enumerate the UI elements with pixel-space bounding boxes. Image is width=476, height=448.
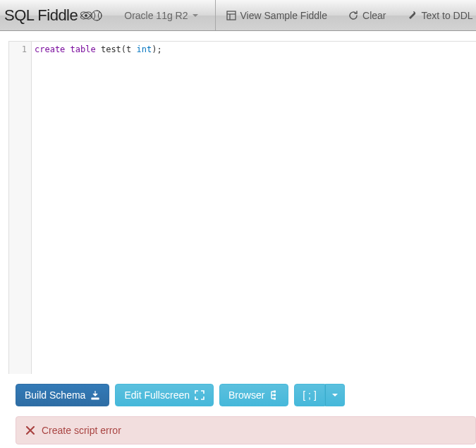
editor-code[interactable]: create table test(t int);: [32, 42, 476, 374]
terminator-button[interactable]: [ ; ]: [294, 384, 324, 406]
atom-icon: [79, 8, 103, 23]
browser-button[interactable]: Browser: [219, 384, 288, 406]
sql-editor[interactable]: 1 create table test(t int);: [8, 41, 476, 374]
build-schema-button[interactable]: Build Schema: [16, 384, 109, 406]
chevron-down-icon: [193, 14, 198, 17]
close-icon[interactable]: [26, 426, 35, 435]
nav-label: Text to DDL: [421, 10, 472, 21]
button-label: Browser: [228, 389, 264, 401]
layout-icon: [226, 11, 236, 20]
nav-actions: View Sample Fiddle Clear Text to DDL: [216, 0, 476, 30]
brand-text: SQL Fiddle: [4, 6, 78, 25]
button-label: Edit Fullscreen: [124, 389, 190, 401]
svg-rect-9: [274, 398, 276, 400]
refresh-icon: [348, 11, 358, 20]
db-engine-select[interactable]: Oracle 11g R2: [111, 0, 215, 30]
svg-rect-7: [274, 391, 276, 393]
wrench-icon: [407, 11, 417, 20]
editor-gutter: 1: [9, 42, 32, 374]
chevron-down-icon: [332, 394, 338, 396]
fullscreen-icon: [195, 390, 205, 400]
tree-icon: [269, 390, 279, 400]
error-alert: Create script error: [16, 416, 476, 444]
terminator-select: [ ; ]: [294, 384, 344, 406]
terminator-dropdown-toggle[interactable]: [325, 384, 345, 406]
svg-rect-8: [274, 394, 276, 396]
action-toolbar: Build Schema Edit Fullscreen Browser [ ;…: [0, 374, 476, 406]
edit-fullscreen-button[interactable]: Edit Fullscreen: [115, 384, 214, 406]
nav-label: View Sample Fiddle: [240, 10, 327, 21]
brand-logo[interactable]: SQL Fiddle: [0, 0, 111, 30]
line-number: 1: [9, 44, 31, 56]
view-sample-fiddle-button[interactable]: View Sample Fiddle: [216, 0, 338, 30]
svg-point-2: [85, 14, 87, 16]
svg-rect-4: [227, 11, 236, 20]
nav-label: Clear: [362, 10, 386, 21]
button-label: [ ; ]: [303, 389, 316, 401]
navbar: SQL Fiddle Oracle 11g R2 View Sample Fid…: [0, 0, 476, 31]
db-engine-label: Oracle 11g R2: [124, 10, 188, 21]
button-label: Build Schema: [25, 389, 85, 401]
download-icon: [90, 390, 100, 400]
text-to-ddl-button[interactable]: Text to DDL: [396, 0, 476, 30]
clear-button[interactable]: Clear: [338, 0, 396, 30]
alert-message: Create script error: [42, 425, 121, 436]
